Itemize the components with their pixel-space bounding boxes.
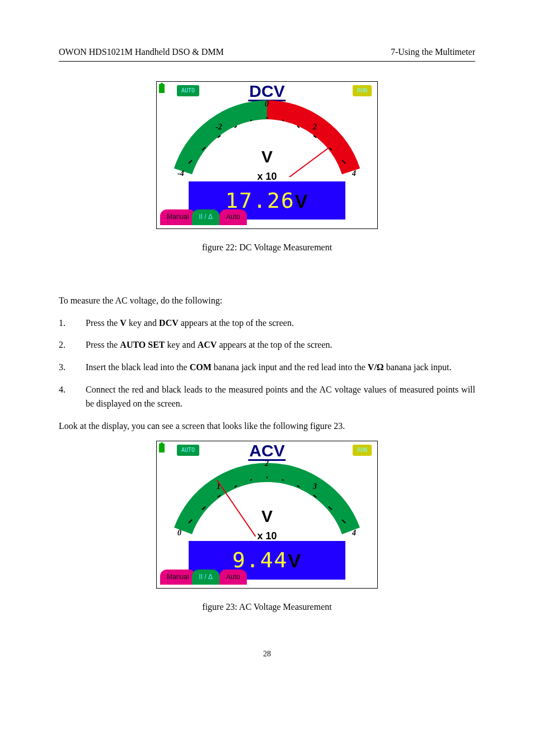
svg-text:-4: -4 [177,169,184,177]
step-text: Press the AUTO SET key and ACV appears a… [86,338,475,352]
svg-text:-2: -2 [216,123,222,131]
battery-icon [159,444,165,452]
svg-text:0: 0 [265,100,269,108]
svg-text:4: 4 [352,529,356,536]
tab-auto[interactable]: Auto [219,570,247,585]
tabs-row: Manual II / Δ Auto [160,570,247,585]
figure-23-caption: figure 23: AC Voltage Measurement [59,600,475,614]
figure-22-caption: figure 22: DC Voltage Measurement [59,240,475,255]
list-item: 3. Insert the black lead into the COM ba… [59,360,475,375]
battery-icon [159,84,165,93]
header-left: OWON HDS1021M Handheld DSO & DMM [59,45,224,59]
step-number: 3. [59,360,86,375]
figure-23: AUTO RUN ACV 0 1 [59,441,475,589]
header-right: 7-Using the Multimeter [391,45,475,59]
tab-delta[interactable]: II / Δ [192,209,219,225]
unit-symbol: V [261,503,273,530]
svg-text:3: 3 [312,482,317,491]
step-text: Connect the red and black leads to the m… [86,382,475,411]
dmm-display-dcv: AUTO RUN DCV -4 [156,81,378,229]
readout-unit: V [295,190,309,212]
steps-list: 1. Press the V key and DCV appears at th… [59,316,475,411]
list-item: 2. Press the AUTO SET key and ACV appear… [59,338,475,352]
page: OWON HDS1021M Handheld DSO & DMM 7-Using… [0,0,534,694]
tabs-row: Manual II / Δ Auto [160,209,247,225]
readout-value: 17.26 [225,188,294,213]
step-number: 1. [59,316,86,330]
tab-delta[interactable]: II / Δ [192,570,219,585]
intro-paragraph: To measure the AC voltage, do the follow… [59,293,475,308]
tab-manual[interactable]: Manual [160,570,195,585]
readout-unit: V [288,550,302,571]
step-number: 4. [59,382,86,411]
list-item: 1. Press the V key and DCV appears at th… [59,316,475,330]
auto-badge: AUTO [177,85,199,96]
tab-manual[interactable]: Manual [160,209,195,225]
auto-badge: AUTO [177,445,199,456]
figure-22: AUTO RUN DCV -4 [59,81,475,229]
svg-text:0: 0 [177,529,181,536]
body-paragraph: Look at the display, you can see a scree… [59,419,475,433]
list-item: 4. Connect the red and black leads to th… [59,382,475,411]
run-badge: RUN [353,85,372,96]
run-badge: RUN [353,445,372,456]
svg-text:2: 2 [264,459,269,468]
svg-text:2: 2 [312,123,317,131]
unit-symbol: V [261,143,273,170]
svg-text:4: 4 [352,169,356,177]
readout-value: 9.44 [232,548,288,572]
page-number: 28 [59,648,475,660]
step-number: 2. [59,338,86,352]
step-text: Press the V key and DCV appears at the t… [86,316,475,330]
dmm-display-acv: AUTO RUN ACV 0 1 [156,441,378,589]
tab-auto[interactable]: Auto [219,209,247,225]
step-text: Insert the black lead into the COM banan… [86,360,475,375]
page-header: OWON HDS1021M Handheld DSO & DMM 7-Using… [59,45,475,62]
